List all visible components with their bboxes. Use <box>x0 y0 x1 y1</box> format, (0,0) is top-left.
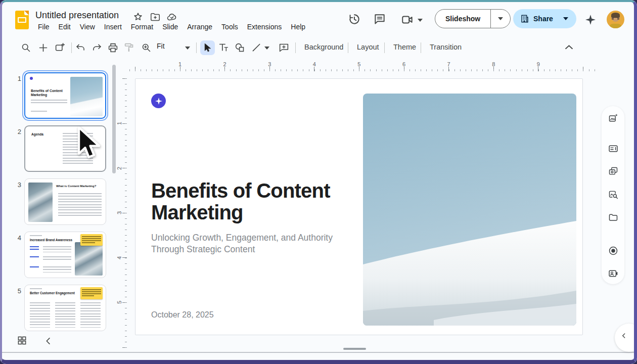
bottom-divider <box>2 352 634 353</box>
image-search-icon[interactable] <box>608 190 618 200</box>
slide-title[interactable]: Benefits of Content Marketing <box>151 180 358 223</box>
thumb-sticky-note <box>80 287 103 299</box>
thumb-column <box>80 302 101 328</box>
toolbar-divider <box>196 42 197 53</box>
transition-button[interactable]: Transition <box>425 41 467 53</box>
chevron-down-icon <box>563 17 568 20</box>
meet-camera-icon[interactable] <box>401 13 414 26</box>
thumb-text <box>43 266 71 272</box>
sky-dunes-image <box>363 94 576 326</box>
thumb-label-blue <box>30 266 39 268</box>
share-button[interactable]: Share <box>513 9 576 28</box>
slide-image[interactable] <box>363 94 576 326</box>
star-icon[interactable] <box>132 11 144 22</box>
comments-icon[interactable] <box>373 13 386 26</box>
line-tool-dropdown-icon[interactable] <box>264 47 269 50</box>
thumb-title: Agenda <box>31 132 43 136</box>
avatar-hair <box>611 13 620 17</box>
organization-icon <box>520 14 529 23</box>
thumb-column <box>55 302 75 328</box>
zoom-icon[interactable] <box>141 42 152 53</box>
filmstrip-scrollbar[interactable] <box>112 65 116 173</box>
slide-subtitle[interactable]: Unlocking Growth, Engagement, and Author… <box>151 232 353 255</box>
select-tool-icon[interactable] <box>202 42 213 53</box>
folder-icon[interactable] <box>608 213 618 223</box>
google-slides-window: Untitled presentation File Edit View Ins… <box>0 0 637 364</box>
slide-thumbnail-1[interactable]: Benefits of Content Marketing <box>24 72 106 119</box>
chevron-down-icon <box>498 17 503 20</box>
background-button[interactable]: Background <box>299 41 348 53</box>
pinwheel-icon <box>154 97 163 106</box>
horizontal-ruler-ticks <box>126 66 599 71</box>
slideshow-dropdown[interactable] <box>491 10 510 28</box>
meet-camera-dropdown-icon[interactable] <box>418 19 423 22</box>
gemini-sparkle-icon[interactable] <box>584 14 597 26</box>
toolbar-divider <box>295 42 296 53</box>
speaker-notes-drag-handle[interactable] <box>343 348 366 350</box>
slide-number: 4 <box>13 234 21 242</box>
line-tool-icon[interactable] <box>251 42 262 53</box>
paint-format-icon[interactable] <box>124 42 134 53</box>
thumb-text <box>43 246 71 252</box>
slide-thumbnail-4[interactable]: Increased Brand Awareness <box>24 232 106 278</box>
layout-button[interactable]: Layout <box>352 41 384 53</box>
menu-arrange[interactable]: Arrange <box>183 21 217 32</box>
menu-view[interactable]: View <box>75 21 100 32</box>
toolbar-divider <box>421 42 421 53</box>
zoom-dropdown-icon[interactable] <box>185 47 190 50</box>
zoom-value[interactable]: Fit <box>157 42 165 50</box>
thumb-title: What is Content Marketing? <box>56 185 103 188</box>
thumb-image <box>70 77 103 116</box>
record-icon[interactable] <box>608 246 618 256</box>
menu-insert[interactable]: Insert <box>100 21 126 32</box>
search-tools-icon[interactable] <box>21 42 31 53</box>
menu-extensions[interactable]: Extensions <box>243 21 286 32</box>
thumb-title: Increased Brand Awareness <box>30 238 75 242</box>
thumb-image <box>75 242 103 276</box>
menu-file[interactable]: File <box>33 21 54 32</box>
horizontal-ruler: 12 34 56 78 9 <box>126 63 599 71</box>
theme-button[interactable]: Theme <box>388 41 421 53</box>
share-dropdown[interactable] <box>558 9 573 28</box>
print-icon[interactable] <box>108 42 118 53</box>
slide-canvas[interactable]: Benefits of Content Marketing Unlocking … <box>135 78 583 335</box>
thumb-agenda-list <box>63 133 93 165</box>
slides-app-icon[interactable] <box>15 11 29 29</box>
version-history-icon[interactable] <box>348 13 361 26</box>
chevron-left-icon[interactable] <box>620 332 627 339</box>
menu-slide[interactable]: Slide <box>158 21 183 32</box>
menu-help[interactable]: Help <box>286 21 310 32</box>
new-slide-layout-icon[interactable] <box>55 42 65 53</box>
collapse-filmstrip-icon[interactable] <box>43 336 53 346</box>
new-slide-icon[interactable] <box>38 42 49 53</box>
document-title[interactable]: Untitled presentation <box>35 10 119 21</box>
slide-thumbnail-3[interactable]: What is Content Marketing? <box>24 178 106 225</box>
menu-format[interactable]: Format <box>126 21 158 32</box>
thumb-logo-dot <box>30 77 33 80</box>
slide-thumbnail-2[interactable]: Agenda <box>24 125 106 172</box>
menu-bar: File Edit View Insert Format Slide Arran… <box>33 21 310 32</box>
card-text-icon[interactable] <box>608 144 618 154</box>
menu-edit[interactable]: Edit <box>54 21 75 32</box>
menu-tools[interactable]: Tools <box>217 21 243 32</box>
redo-icon[interactable] <box>92 42 102 53</box>
insert-comment-icon[interactable] <box>279 42 289 53</box>
thumb-sticky-note <box>80 234 103 246</box>
slide-logo-badge[interactable] <box>151 94 166 108</box>
slideshow-button[interactable]: Slideshow <box>435 9 511 28</box>
collapse-menus-icon[interactable] <box>565 44 573 50</box>
thumb-eyebrow <box>30 288 42 289</box>
screen-capture-icon[interactable] <box>608 166 618 176</box>
slide-date[interactable]: October 28, 2025 <box>151 310 214 320</box>
camera-person-icon[interactable] <box>608 268 618 279</box>
text-box-tool-icon[interactable] <box>218 42 229 53</box>
grid-view-icon[interactable] <box>17 336 27 345</box>
thumb-eyebrow <box>30 235 42 236</box>
thumb-label-blue <box>30 256 39 258</box>
account-avatar[interactable] <box>607 11 624 28</box>
toolbar-divider <box>71 42 72 53</box>
slide-thumbnail-5[interactable]: Better Customer Engagement <box>24 285 106 331</box>
add-image-icon[interactable] <box>608 113 618 123</box>
shape-tool-icon[interactable] <box>235 42 245 53</box>
undo-icon[interactable] <box>75 42 86 53</box>
